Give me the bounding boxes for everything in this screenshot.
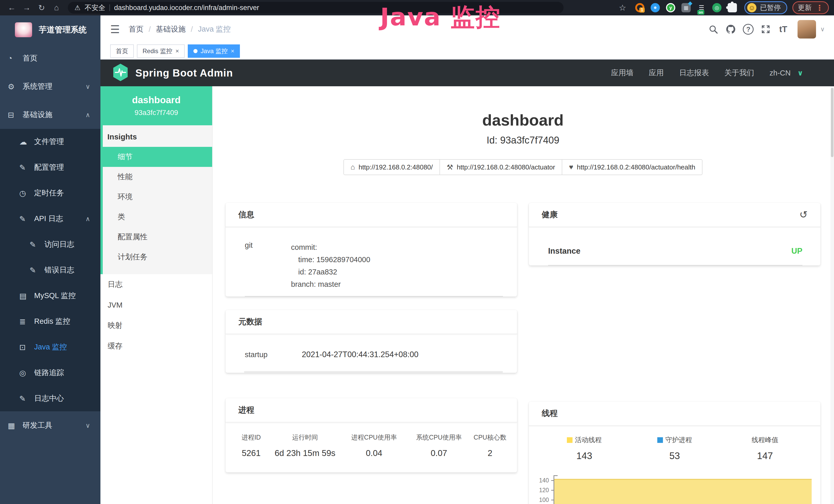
legend-daemon-swatch: [657, 437, 663, 443]
sba-logo-icon: [112, 63, 129, 83]
sidebar-item-error-log[interactable]: ✎ 错误日志: [0, 257, 101, 283]
sidebar-item-config[interactable]: ✎ 配置管理: [0, 155, 101, 180]
history-icon[interactable]: ↺: [799, 209, 808, 220]
reload-icon[interactable]: ↻: [35, 3, 48, 13]
menu-item-mappings[interactable]: 映射: [101, 315, 212, 336]
menu-item-configprops[interactable]: 配置属性: [103, 227, 212, 247]
menu-item-metrics[interactable]: 性能: [103, 167, 212, 187]
stat-live-threads: 活动线程 143: [539, 435, 630, 461]
metadata-card-title: 元数据: [225, 310, 517, 334]
app-title: 芋道管理系统: [39, 24, 87, 35]
sidebar-item-dev-tools[interactable]: ▦ 研发工具 ∨: [0, 411, 101, 439]
sidebar-item-redis[interactable]: ≣ Redis 监控: [0, 308, 101, 334]
profile-paused-badge[interactable]: ☺ 已暂停: [744, 1, 787, 14]
bookmark-star-icon[interactable]: ☆: [619, 3, 626, 13]
browser-update-button[interactable]: 更新 ⋮: [792, 1, 829, 14]
sba-nav-about[interactable]: 关于我们: [724, 68, 754, 78]
chevron-down-icon: ∨: [86, 422, 90, 429]
instance-details-view: dashboard Id: 93a3fc7f7409 ⌂ http://192.…: [213, 86, 834, 504]
status-badge: UP: [791, 247, 803, 256]
git-commit-line: commit:: [291, 241, 503, 253]
breadcrumb-home[interactable]: 首页: [129, 24, 144, 35]
instance-header[interactable]: dashboard 93a3fc7f7409: [101, 86, 212, 125]
axis-tick: [551, 500, 553, 500]
menu-item-environment[interactable]: 环境: [103, 187, 212, 207]
sba-nav-wallboard[interactable]: 应用墙: [611, 68, 633, 78]
menu-item-logs[interactable]: 日志: [101, 274, 212, 295]
search-icon[interactable]: [705, 24, 722, 35]
forward-icon[interactable]: →: [20, 3, 34, 12]
url-text[interactable]: dashboard.yudao.iocoder.cn/infra/admin-s…: [114, 4, 259, 12]
extensions-puzzle-icon[interactable]: [728, 3, 737, 12]
hamburger-icon[interactable]: ☰: [105, 23, 125, 36]
breadcrumb: 首页 / 基础设施 / Java 监控: [129, 24, 231, 35]
menu-item-classes[interactable]: 类: [103, 207, 212, 227]
edit-icon: ✎: [19, 163, 34, 172]
sba-nav: 应用墙 应用 日志报表 关于我们 zh-CN ∨: [611, 68, 822, 78]
metadata-key-startup: startup: [245, 350, 302, 359]
tab-redis-monitor[interactable]: Redis 监控 ×: [137, 44, 185, 58]
close-icon[interactable]: ×: [231, 47, 234, 55]
update-label: 更新: [798, 3, 812, 12]
sba-locale-select[interactable]: zh-CN: [770, 69, 791, 77]
app-logo: [15, 22, 32, 37]
sidebar-item-mysql[interactable]: ▤ MySQL 监控: [0, 283, 101, 308]
sba-nav-journal[interactable]: 日志报表: [679, 68, 709, 78]
sidebar-item-infra[interactable]: ⊟ 基础设施 ∧: [0, 101, 101, 129]
extension-colorzilla-icon[interactable]: 1: [635, 3, 644, 12]
github-icon[interactable]: [722, 24, 740, 35]
sidebar-item-files[interactable]: ☁ 文件管理: [0, 129, 101, 155]
sba-brand-title[interactable]: Spring Boot Admin: [135, 67, 233, 79]
sidebar-item-java-monitor[interactable]: ⊡ Java 监控: [0, 334, 101, 360]
breadcrumb-current: Java 监控: [198, 24, 231, 35]
sidebar-item-api-log[interactable]: ✎ API 日志 ∧: [0, 206, 101, 232]
sidebar-item-log-center[interactable]: ✎ 日志中心: [0, 386, 101, 411]
tab-home[interactable]: 首页: [110, 44, 134, 58]
extension-list-icon[interactable]: ☰ on: [697, 3, 706, 12]
menu-item-caches[interactable]: 缓存: [101, 336, 212, 357]
health-instance-label[interactable]: Instance: [548, 247, 580, 256]
metadata-startup-value: 2021-04-27T00:44:31.254+08:00: [302, 350, 418, 359]
cloud-upload-icon: ☁: [19, 137, 34, 146]
health-url-button[interactable]: ♥ http://192.168.0.2:48080/actuator/heal…: [562, 159, 702, 175]
service-url-button[interactable]: ⌂ http://192.168.0.2:48080/: [344, 159, 440, 175]
sidebar-item-trace[interactable]: ◎ 链路追踪: [0, 360, 101, 386]
app-logo-row[interactable]: 芋道管理系统: [0, 16, 101, 44]
security-label[interactable]: 不安全: [85, 3, 105, 12]
sba-nav-applications[interactable]: 应用: [649, 68, 664, 78]
menu-item-details[interactable]: 细节: [101, 147, 212, 167]
sidebar-item-home[interactable]: ◔ 首页: [0, 44, 101, 72]
log-icon: ✎: [19, 394, 34, 403]
help-icon[interactable]: ?: [740, 24, 757, 35]
user-avatar[interactable]: [797, 20, 816, 39]
main-scrollbar[interactable]: [830, 86, 834, 504]
back-icon[interactable]: ←: [5, 3, 19, 12]
menu-item-scheduled-tasks[interactable]: 计划任务: [103, 247, 212, 267]
tab-java-monitor[interactable]: Java 监控 ×: [188, 44, 240, 58]
process-table-values: 5261 6d 23h 15m 59s 0.04 0.07 2: [233, 448, 509, 458]
extension-grid-icon[interactable]: ▦: [681, 3, 691, 12]
process-cpu: 0.04: [341, 448, 407, 458]
avatar-caret-icon[interactable]: ∨: [820, 26, 825, 33]
info-card: 信息 git commit: time: 1596289704000 id: 2…: [225, 203, 517, 297]
extension-y-icon[interactable]: y: [666, 3, 675, 12]
sidebar-item-system[interactable]: ⚙ 系统管理 ∨: [0, 72, 101, 101]
breadcrumb-infra[interactable]: 基础设施: [156, 24, 186, 35]
actuator-url-button[interactable]: ⚒ http://192.168.0.2:48080/actuator: [440, 159, 562, 175]
sidebar-item-access-log[interactable]: ✎ 访问日志: [0, 232, 101, 257]
monitor-icon: ⊡: [19, 343, 34, 352]
extension-search-icon[interactable]: ◎: [712, 3, 722, 12]
scrollbar-thumb[interactable]: [831, 88, 833, 157]
threads-card-title: 线程: [529, 402, 820, 426]
extension-pin-icon[interactable]: [651, 3, 660, 12]
home-icon[interactable]: ⌂: [50, 3, 63, 12]
close-icon[interactable]: ×: [175, 47, 179, 55]
browser-menu-dots-icon[interactable]: ⋮: [816, 3, 824, 12]
chevron-down-icon: ∨: [86, 83, 90, 90]
locale-caret-icon[interactable]: ∨: [797, 69, 803, 77]
fullscreen-icon[interactable]: [757, 24, 774, 35]
sidebar-item-jobs[interactable]: ◷ 定时任务: [0, 180, 101, 206]
menu-item-jvm[interactable]: JVM: [101, 295, 212, 315]
font-size-icon[interactable]: tT: [774, 24, 792, 34]
page-instance-id: Id: 93a3fc7f7409: [225, 135, 820, 146]
